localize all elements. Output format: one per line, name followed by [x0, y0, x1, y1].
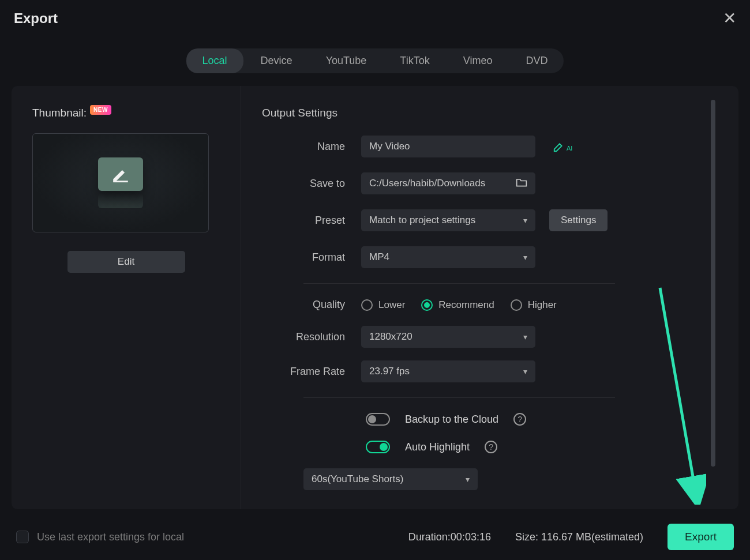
export-tabs: Local Device YouTube TikTok Vimeo DVD: [186, 48, 564, 73]
ai-rename-icon[interactable]: AI: [553, 140, 572, 153]
saveto-value: C:/Users/habib/Downloads: [369, 178, 485, 189]
tab-tiktok[interactable]: TikTok: [384, 48, 445, 73]
tab-local[interactable]: Local: [186, 48, 243, 73]
format-value: MP4: [369, 251, 389, 263]
preset-label: Preset: [262, 215, 361, 227]
scrollbar[interactable]: [711, 100, 715, 467]
chevron-down-icon: ▾: [523, 216, 527, 225]
quality-higher-radio[interactable]: Higher: [511, 299, 557, 311]
export-button[interactable]: Export: [667, 524, 734, 550]
quality-recommend-radio[interactable]: Recommend: [421, 299, 494, 311]
chevron-down-icon: ▾: [523, 253, 527, 262]
tab-vimeo[interactable]: Vimeo: [447, 48, 509, 73]
backup-cloud-toggle[interactable]: [366, 413, 390, 426]
help-icon[interactable]: ?: [513, 413, 526, 426]
new-badge: NEW: [90, 105, 111, 115]
use-last-settings-checkbox[interactable]: [16, 531, 29, 543]
divider: [303, 397, 615, 398]
edit-thumbnail-button[interactable]: Edit: [68, 251, 185, 273]
ai-suffix: AI: [567, 145, 572, 152]
svg-line-0: [660, 288, 696, 493]
framerate-label: Frame Rate: [262, 366, 361, 378]
use-last-settings-label: Use last export settings for local: [37, 531, 184, 543]
resolution-label: Resolution: [262, 331, 361, 343]
chevron-down-icon: ▾: [466, 475, 470, 484]
saveto-label: Save to: [262, 178, 361, 190]
auto-highlight-label: Auto Highlight: [405, 441, 470, 453]
tab-device[interactable]: Device: [245, 48, 309, 73]
thumbnail-reflection: [98, 193, 143, 208]
quality-option-label: Lower: [378, 299, 405, 311]
backup-cloud-label: Backup to the Cloud: [405, 414, 498, 426]
radio-icon: [511, 299, 522, 311]
tab-youtube[interactable]: YouTube: [310, 48, 383, 73]
quality-option-label: Higher: [528, 299, 557, 311]
pencil-icon: [111, 164, 130, 184]
chevron-down-icon: ▾: [523, 332, 527, 341]
help-icon[interactable]: ?: [485, 441, 497, 453]
divider: [303, 283, 615, 284]
quality-option-label: Recommend: [438, 299, 494, 311]
format-label: Format: [262, 251, 361, 264]
tab-dvd[interactable]: DVD: [509, 48, 564, 73]
output-settings-title: Output Settings: [262, 107, 715, 119]
auto-highlight-toggle[interactable]: [366, 441, 390, 453]
thumbnail-preview[interactable]: [32, 133, 209, 232]
folder-icon[interactable]: [516, 177, 527, 190]
framerate-select[interactable]: 23.97 fps ▾: [361, 360, 535, 382]
preset-select[interactable]: Match to project settings ▾: [361, 209, 535, 231]
quality-label: Quality: [262, 299, 361, 311]
radio-icon: [361, 299, 373, 311]
auto-highlight-preset-select[interactable]: 60s(YouTube Shorts) ▾: [303, 468, 478, 490]
framerate-value: 23.97 fps: [369, 366, 410, 377]
duration-meta: Duration:00:03:16: [408, 531, 491, 543]
name-label: Name: [262, 141, 361, 153]
saveto-input[interactable]: C:/Users/habib/Downloads: [361, 172, 535, 194]
thumbnail-label: Thumbnail:: [32, 107, 87, 119]
auto-highlight-preset-value: 60s(YouTube Shorts): [312, 473, 403, 485]
chevron-down-icon: ▾: [523, 367, 527, 376]
size-meta: Size: 116.67 MB(estimated): [515, 531, 643, 543]
radio-icon: [421, 299, 433, 311]
preset-value: Match to project settings: [369, 215, 475, 226]
resolution-select[interactable]: 1280x720 ▾: [361, 326, 535, 348]
name-input[interactable]: My Video: [361, 136, 535, 157]
preset-settings-button[interactable]: Settings: [549, 209, 608, 231]
format-select[interactable]: MP4 ▾: [361, 246, 535, 268]
window-title: Export: [14, 10, 58, 27]
pencil-tile-icon: [98, 157, 143, 191]
pencil-icon: [553, 140, 565, 153]
close-icon[interactable]: ✕: [723, 10, 736, 27]
resolution-value: 1280x720: [369, 331, 412, 343]
quality-lower-radio[interactable]: Lower: [361, 299, 405, 311]
